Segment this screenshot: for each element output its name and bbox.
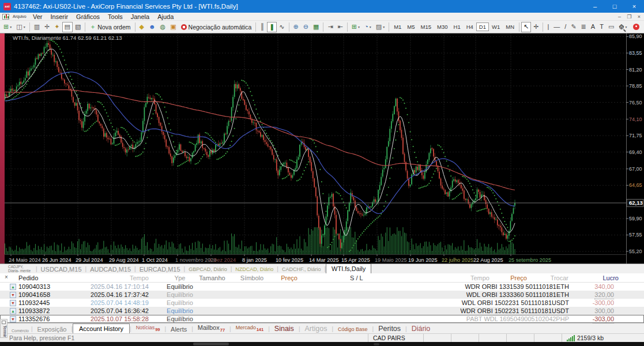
crosshair-button[interactable]: ✛	[531, 22, 541, 32]
zoom-in-button[interactable]: ⊕	[291, 22, 301, 32]
taskbar-blob	[374, 343, 379, 345]
terminal-tab-peritos[interactable]: Peritos	[374, 324, 405, 333]
order-row[interactable]: ▼1090416582025.04.16 17:37:42EquilíbrioW…	[0, 291, 644, 299]
close-button[interactable]: ×	[624, 0, 644, 13]
chart-tab-usdcad-m15[interactable]: USDCAD,M15	[37, 265, 85, 273]
chart-tab-wti-fs-daily[interactable]: WTI.fs,Daily	[326, 264, 371, 273]
notifications-button[interactable]	[631, 22, 642, 32]
webtrader-button[interactable]: ◍	[158, 22, 168, 32]
order-row[interactable]: ▼1109324452025.07.04 14:48:19EquilíbrioW…	[0, 299, 644, 307]
terminal-tab-c-digo-base[interactable]: Código Base	[333, 326, 372, 333]
market-watch-button[interactable]: ▥	[32, 22, 42, 32]
fibonacci-button[interactable]: ≣	[579, 22, 589, 32]
order-row[interactable]: ▲1109338722025.07.04 16:36:42EquilíbrioW…	[0, 307, 644, 315]
chart-tab-eurcad-m15[interactable]: EURCAD,M15	[136, 265, 184, 273]
price-chart[interactable]: 85,9083,5581,2078,8576,5074,1071,7569,40…	[0, 33, 644, 264]
timeframe-h1-button[interactable]: H1	[451, 22, 464, 31]
column-header-tamanho-3[interactable]: Tamanho	[192, 273, 232, 283]
periods-button[interactable]: ◔▾	[362, 22, 374, 32]
profiles-button[interactable]: ◫▾	[14, 22, 27, 32]
column-header-s-mbolo-4[interactable]: Símbolo	[232, 273, 272, 283]
timeframe-d1-button[interactable]: D1	[476, 22, 489, 31]
price-scale[interactable]: 85,9083,5581,2078,8576,5074,1071,7569,40…	[626, 33, 644, 264]
column-header-pedido-0[interactable]: Pedido	[18, 273, 38, 283]
status-profile-cell[interactable]: CAD PAIRS	[368, 334, 423, 343]
column-header-lucro-10[interactable]: Lucro	[602, 273, 619, 283]
child-minimize-button[interactable]: –	[615, 14, 624, 20]
cursor-button[interactable]: ↖	[521, 22, 531, 32]
menu-ajuda[interactable]: Ajuda	[153, 13, 178, 20]
autotrade-button[interactable]: Negociação automática	[179, 22, 254, 32]
child-restore-button[interactable]: ❐	[624, 14, 634, 20]
templates-button[interactable]: ▨▾	[374, 22, 387, 32]
menu-janela[interactable]: Janela	[127, 13, 153, 20]
horizontal-line-button[interactable]: —	[551, 22, 562, 32]
tile-windows-button[interactable]: ▦	[311, 22, 321, 32]
chart-tab-audcad-m15[interactable]: AUDCAD,M15	[86, 265, 134, 273]
menu-inserir[interactable]: Inserir	[47, 13, 73, 20]
terminal-tab-di-rio[interactable]: Diário	[407, 324, 435, 333]
terminal-tab-com-rcio[interactable]: Comércio	[10, 329, 31, 333]
terminal-tab-account-history[interactable]: Account History	[73, 324, 130, 333]
indicators-button[interactable]: ⊞▾	[349, 22, 362, 32]
child-close-button[interactable]: ×	[634, 14, 644, 20]
terminal-tab-exposi-o[interactable]: Exposição	[33, 325, 71, 333]
menu-tools[interactable]: Tools	[104, 13, 127, 20]
search-button[interactable]	[617, 22, 626, 32]
menu-ver[interactable]: Ver	[29, 13, 47, 20]
column-header-pre-o-8[interactable]: Preço	[510, 273, 527, 283]
maximize-button[interactable]: □	[605, 0, 624, 13]
new-chart-button[interactable]: ⊞▾	[1, 22, 14, 32]
navigator-button[interactable]: ✦	[52, 22, 62, 32]
chart-tab-cadjpy-diaria-mente[interactable]: CADJPY, Diaria- mente	[7, 265, 36, 273]
timeframe-h4-button[interactable]: H4	[464, 22, 476, 31]
depth-of-market-button[interactable]: ◆	[137, 22, 146, 32]
terminal-tab-mercado[interactable]: Mercado141	[231, 324, 269, 333]
timeframe-m30-button[interactable]: M30	[434, 22, 450, 31]
line-chart-mode-button[interactable]: ∿	[277, 22, 287, 32]
zoom-out-button[interactable]: ⊖	[301, 22, 311, 32]
timeframe-mn-button[interactable]: MN	[503, 22, 517, 31]
timeframe-m15-button[interactable]: M15	[418, 22, 434, 31]
auto-scroll-button[interactable]: ⇥	[325, 22, 335, 32]
minimize-button[interactable]: –	[585, 0, 605, 13]
column-header-tempo-7[interactable]: Tempo	[470, 273, 489, 283]
terminal-tab-artigos[interactable]: Artigos	[300, 324, 332, 333]
strategy-tester-button[interactable]: ▧	[73, 22, 83, 32]
timeframe-m1-button[interactable]: M1	[391, 22, 404, 31]
terminal-panel-button[interactable]: ▤	[62, 22, 73, 32]
timeframe-w1-button[interactable]: W1	[489, 22, 503, 31]
text-label-button[interactable]: T	[597, 22, 606, 32]
chart-shift-button[interactable]: ⇤	[336, 22, 345, 32]
column-header-tempo-1[interactable]: Tempo	[130, 273, 149, 283]
terminal-tab-not-cias[interactable]: Notícias99	[131, 324, 165, 333]
channel-button[interactable]: ✎	[568, 22, 578, 32]
timeframe-m5-button[interactable]: M5	[404, 22, 417, 31]
terminal-tab-alerts[interactable]: Alerts	[166, 325, 191, 333]
order-row[interactable]: ▲1090403132025.04.16 17:10:14EquilíbrioW…	[0, 283, 644, 291]
trendline-button[interactable]: /	[562, 22, 568, 32]
candle-chart-mode-button[interactable]: ❚	[267, 22, 277, 32]
menu-arquivo[interactable]: Arquivo	[12, 14, 29, 18]
column-header-pre-o-5[interactable]: Preço	[281, 273, 297, 283]
chart-tab-gbpcad-di-rio[interactable]: GBPCAD, Diário	[185, 266, 231, 273]
data-window-button[interactable]: ✛	[42, 22, 52, 32]
shapes-button[interactable]: ▭	[606, 22, 616, 32]
chart-tab-nzdcad-di-rio[interactable]: NZDCAD, Diário	[232, 266, 277, 273]
terminal-tab-sinais[interactable]: Sinais	[270, 324, 299, 333]
vertical-line-button[interactable]: |	[545, 22, 551, 32]
column-header-trocar-9[interactable]: Trocar	[551, 273, 568, 283]
new-order-button[interactable]: ＋Nova ordem	[87, 22, 133, 32]
terminal-tab-mailbox[interactable]: Mailbox77	[193, 324, 229, 333]
text-button[interactable]: A	[589, 22, 597, 32]
column-header-s-l-6[interactable]: S / L	[350, 273, 363, 283]
market-button[interactable]: ▣	[168, 22, 178, 32]
community-button[interactable]: ☻	[146, 22, 158, 32]
chart-tab-cadchf-di-rio[interactable]: CADCHF., Diário	[278, 266, 325, 273]
terminal-side-tab[interactable]: Terminal	[0, 319, 7, 338]
chart-window-icon[interactable]	[2, 14, 9, 20]
time-scale[interactable]: 24 Maio 202426 Jun 202429 Jul 202429 Aug…	[9, 254, 551, 263]
menu-gr-ficos[interactable]: Gráficos	[72, 13, 104, 20]
order-row[interactable]: ▼1133526762025.10.07 15:58:28EquilíbrioP…	[0, 315, 644, 323]
bar-chart-mode-button[interactable]: ║	[258, 22, 267, 32]
